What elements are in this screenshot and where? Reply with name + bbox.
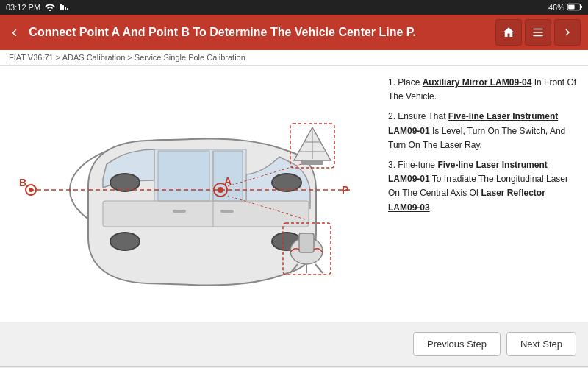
battery-icon [567, 3, 582, 13]
svg-rect-10 [533, 35, 543, 37]
svg-text:B: B [19, 177, 26, 188]
battery-percent: 46% [548, 3, 564, 12]
svg-rect-6 [581, 5, 582, 7]
time-display: 03:12 PM [6, 3, 40, 12]
next-step-button[interactable]: Next Step [506, 332, 576, 356]
previous-step-button[interactable]: Previous Step [413, 332, 501, 356]
breadcrumb: FIAT V36.71 > ADAS Calibration > Service… [0, 50, 588, 66]
svg-rect-1 [60, 4, 62, 10]
step2-text: 2. Ensure That Five-line Laser Instrumen… [388, 110, 579, 152]
step1-item: Auxiliary Mirror LAM09-04 [423, 77, 532, 88]
status-right: 46% [548, 3, 582, 13]
back-button[interactable]: ‹ [7, 20, 21, 45]
svg-point-26 [218, 187, 223, 193]
svg-point-14 [110, 174, 140, 191]
svg-rect-2 [62, 5, 64, 10]
step3-item: Five-line Laser Instrument LAM09-01 [388, 160, 548, 184]
svg-rect-4 [67, 8, 68, 10]
svg-rect-3 [65, 7, 66, 10]
svg-rect-9 [533, 32, 543, 33]
wifi-icon [45, 2, 55, 13]
diagram-area: B A P [0, 66, 382, 322]
svg-point-15 [110, 233, 140, 250]
svg-rect-13 [103, 201, 309, 227]
step1-text: 1. Place Auxiliary Mirror LAM09-04 In Fr… [388, 76, 579, 104]
svg-point-16 [272, 174, 301, 191]
svg-rect-31 [301, 160, 323, 165]
svg-rect-8 [533, 29, 543, 30]
svg-text:P: P [342, 184, 348, 196]
car-diagram: B A P [15, 76, 368, 311]
svg-text:A: A [224, 175, 232, 187]
menu-button[interactable] [525, 19, 551, 46]
breadcrumb-text: FIAT V36.71 > ADAS Calibration > Service… [9, 53, 245, 62]
header: ‹ Connect Point A And Point B To Determi… [0, 15, 588, 50]
svg-rect-20 [173, 210, 186, 213]
svg-point-23 [29, 188, 33, 192]
home-button[interactable] [495, 19, 522, 46]
svg-rect-37 [299, 233, 314, 252]
step3-text: 3. Fine-tune Five-line Laser Instrument … [388, 158, 579, 215]
sim-icon [60, 2, 68, 13]
header-title: Connect Point A And Point B To Determine… [29, 26, 488, 39]
svg-point-0 [49, 10, 51, 11]
status-bar: 03:12 PM 46% [0, 0, 588, 15]
svg-rect-19 [220, 210, 234, 213]
share-button[interactable] [554, 19, 581, 46]
step3-item2: Laser Reflector LAM09-03 [388, 188, 545, 212]
svg-line-40 [315, 264, 323, 273]
step2-item: Five-line Laser Instrument LAM09-01 [388, 111, 558, 135]
main-content: B A P [0, 66, 588, 322]
header-icons [495, 19, 581, 46]
footer: Previous Step Next Step [0, 322, 588, 366]
svg-rect-7 [568, 4, 574, 9]
status-left: 03:12 PM [6, 2, 68, 13]
instructions-area: 1. Place Auxiliary Mirror LAM09-04 In Fr… [382, 66, 588, 322]
